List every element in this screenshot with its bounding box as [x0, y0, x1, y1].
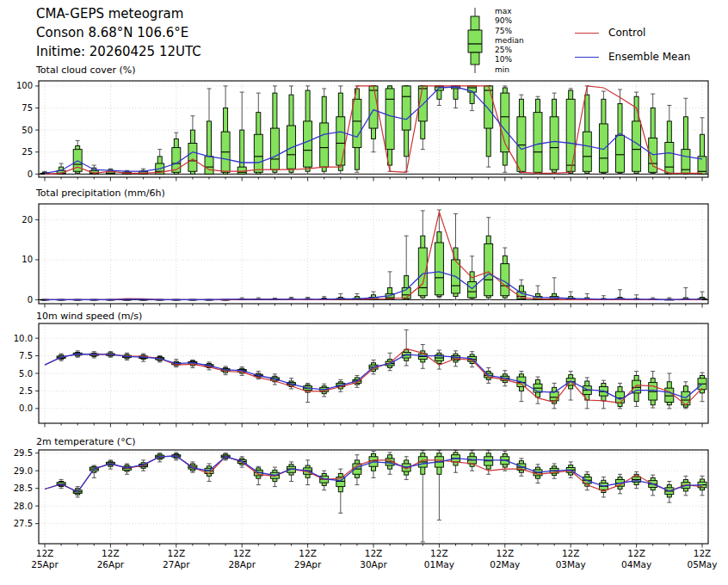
panel-temperature-2m: 27.528.028.529.029.5	[14, 448, 708, 547]
station-location: Conson 8.68°N 106.6°E	[36, 23, 201, 42]
y-tick-label: 50	[22, 126, 33, 135]
y-tick-label: 2.5	[19, 386, 33, 396]
x-tick-date-label: 28Apr	[228, 559, 256, 570]
ensemble-legend-label: Ensemble Mean	[608, 51, 690, 63]
x-tick-date-label: 27Apr	[163, 559, 190, 570]
y-tick-label: 29.5	[14, 448, 33, 458]
y-tick-label: 29.0	[14, 466, 33, 476]
boxplot-group	[57, 329, 706, 408]
x-tick-hour-label: 12Z	[430, 548, 448, 558]
y-tick-label: 7.5	[19, 351, 33, 360]
panel-title-cloud-cover: Total cloud cover (%)	[36, 65, 136, 76]
boxplot-legend: max 90% 75% median 25% 10% min	[461, 4, 524, 77]
boxplot-group	[57, 450, 706, 542]
control-line-swatch	[575, 33, 599, 34]
control-legend-label: Control	[608, 27, 645, 39]
x-tick-date-label: 02May	[490, 559, 520, 570]
line-legend: Control Ensemble Mean	[575, 21, 690, 69]
page-title: CMA-GEPS meteogram	[36, 4, 201, 23]
x-tick-hour-label: 12Z	[102, 548, 120, 558]
header-block: CMA-GEPS meteogram Conson 8.68°N 106.6°E…	[36, 4, 201, 61]
legend-label-25: 25%	[495, 46, 524, 55]
x-tick-date-label: 29Apr	[294, 559, 322, 570]
control-legend-row: Control	[575, 21, 690, 45]
y-tick-label: 0	[28, 295, 33, 305]
boxplot-group	[40, 210, 706, 300]
x-tick-date-label: 30Apr	[360, 559, 387, 570]
meteogram-chart: 0255075100010200.02.55.07.510.027.528.02…	[0, 0, 728, 585]
boxplot-legend-labels: max 90% 75% median 25% 10% min	[495, 4, 524, 77]
panel-wind-speed-10m: 0.02.55.07.510.0	[14, 323, 708, 428]
y-tick-label: 28.5	[14, 483, 33, 493]
legend-label-max: max	[495, 7, 524, 16]
panel-title-wind-speed: 10m wind speed (m/s)	[36, 311, 142, 322]
panel-title-precipitation: Total precipitation (mm/6h)	[36, 188, 165, 199]
x-tick-hour-label: 12Z	[627, 548, 645, 558]
x-tick-hour-label: 12Z	[36, 548, 54, 558]
x-tick-date-label: 03May	[556, 559, 586, 570]
y-tick-label: 5.0	[19, 369, 33, 379]
y-tick-label: 100	[16, 81, 33, 90]
x-tick-date-label: 05May	[687, 559, 717, 570]
x-tick-hour-label: 12Z	[497, 548, 515, 558]
y-tick-label: 10	[22, 255, 33, 264]
ensemble-legend-row: Ensemble Mean	[575, 45, 690, 69]
x-tick-hour-label: 12Z	[562, 548, 580, 558]
panel-total-cloud-cover: 0255075100	[16, 81, 708, 182]
y-tick-label: 28.0	[14, 502, 33, 511]
ensemble-line-swatch	[575, 57, 599, 58]
y-tick-label: 0	[28, 169, 33, 179]
x-axis-labels: 12Z25Apr12Z26Apr12Z27Apr12Z28Apr12Z29Apr…	[31, 548, 717, 570]
x-tick-date-label: 26Apr	[97, 559, 125, 570]
boxplot-group	[40, 86, 706, 174]
x-tick-hour-label: 12Z	[694, 548, 712, 558]
legend-label-median: median	[495, 36, 524, 46]
x-tick-hour-label: 12Z	[233, 548, 251, 558]
y-tick-label: 75	[22, 103, 33, 113]
x-tick-hour-label: 12Z	[365, 548, 383, 558]
meteogram-page: 0255075100010200.02.55.07.510.027.528.02…	[0, 0, 728, 585]
panel-total-precipitation: 01020	[22, 204, 708, 308]
y-tick-label: 25	[22, 147, 33, 157]
legend-label-10: 10%	[495, 55, 524, 65]
x-tick-date-label: 25Apr	[31, 559, 59, 570]
x-tick-date-label: 01May	[424, 559, 454, 570]
legend-label-min: min	[495, 65, 524, 75]
x-tick-hour-label: 12Z	[299, 548, 317, 558]
x-tick-date-label: 04May	[621, 559, 651, 570]
y-tick-label: 27.5	[14, 519, 33, 528]
y-tick-label: 10.0	[14, 334, 33, 343]
x-tick-hour-label: 12Z	[168, 548, 186, 558]
y-tick-label: 20	[22, 215, 33, 225]
panel-title-temperature: 2m temperature (°C)	[36, 436, 136, 447]
boxplot-legend-glyph	[461, 4, 489, 77]
init-time: Initime: 20260425 12UTC	[36, 42, 201, 61]
y-tick-label: 0.0	[19, 403, 33, 413]
legend-label-90: 90%	[495, 16, 524, 26]
legend-label-75: 75%	[495, 27, 524, 36]
